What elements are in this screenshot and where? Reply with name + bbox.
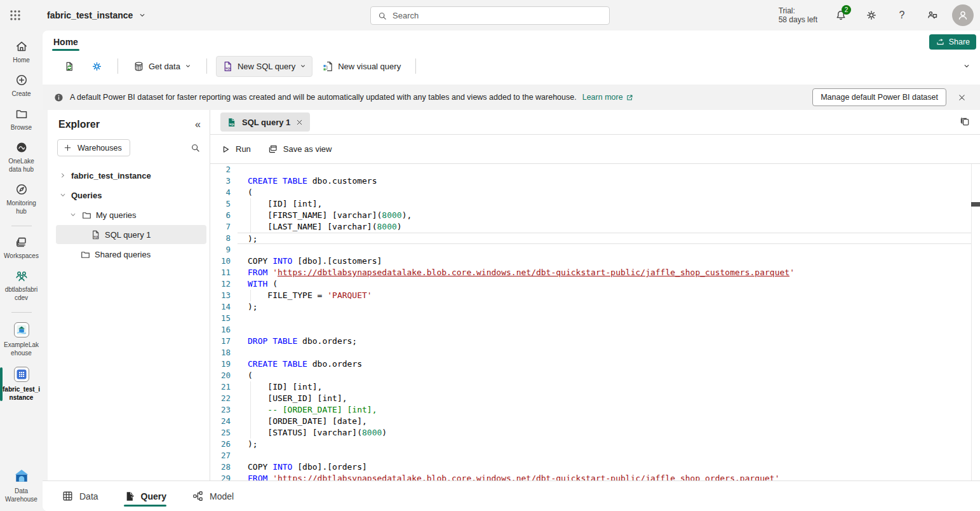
line-number: 8 xyxy=(210,233,231,244)
learn-more-link[interactable]: Learn more xyxy=(582,93,634,102)
ribbon-collapse-chevron-icon[interactable] xyxy=(962,62,971,71)
code-line-3[interactable]: 3CREATE TABLE dbo.customers xyxy=(210,175,971,187)
toolbar-separator xyxy=(117,58,118,74)
code-line-6[interactable]: 6 [FIRST_NAME] [varchar](8000), xyxy=(210,210,971,221)
explorer-search-icon[interactable] xyxy=(190,142,201,153)
share-button[interactable]: Share xyxy=(929,34,976,50)
code-line-9[interactable]: 9 xyxy=(210,244,971,256)
chevron-down-icon[interactable] xyxy=(58,191,67,199)
banner-close-button[interactable] xyxy=(952,88,971,107)
line-number: 4 xyxy=(210,187,231,198)
new-visual-query-button[interactable]: New visual query xyxy=(316,56,406,77)
rail-item-dbtlabsfabricdev[interactable]: dbtlabsfabricdev xyxy=(0,268,43,304)
warehouse-app-icon xyxy=(13,366,30,383)
code-line-28[interactable]: 28COPY INTO [dbo].[orders] xyxy=(210,461,971,473)
settings-toolbar-button[interactable] xyxy=(85,56,109,77)
feedback-button[interactable] xyxy=(922,4,943,26)
view-tab-model[interactable]: Model xyxy=(192,481,234,511)
code-line-26[interactable]: 26); xyxy=(210,439,971,450)
code-line-14[interactable]: 14); xyxy=(210,301,971,313)
view-tab-data[interactable]: Data xyxy=(62,481,98,511)
code-line-8[interactable]: 8); xyxy=(210,233,971,244)
code-line-16[interactable]: 16 xyxy=(210,324,971,336)
manage-dataset-button[interactable]: Manage default Power BI dataset xyxy=(812,88,946,106)
tree-item-sql-query-1[interactable]: SQLSQL query 1 xyxy=(56,225,206,244)
save-as-view-button[interactable]: Save as view xyxy=(267,144,332,154)
account-avatar[interactable] xyxy=(952,4,974,26)
refresh-dataset-button[interactable] xyxy=(58,56,81,77)
database-icon xyxy=(133,60,145,72)
view-tab-query[interactable]: Query xyxy=(124,481,166,511)
code-line-21[interactable]: 21 [ID] [int], xyxy=(210,381,971,393)
line-content: FROM 'https://dbtlabsynapsedatalake.blob… xyxy=(238,473,971,480)
code-line-11[interactable]: 11FROM 'https://dbtlabsynapsedatalake.bl… xyxy=(210,267,971,278)
code-line-20[interactable]: 20( xyxy=(210,370,971,381)
line-number: 12 xyxy=(210,278,231,290)
rail-item-monitoringhub[interactable]: Monitoringhub xyxy=(0,181,43,217)
code-line-29[interactable]: 29FROM 'https://dbtlabsynapsedatalake.bl… xyxy=(210,473,971,480)
rail-item-onelakedata-hub[interactable]: OneLakedata hub xyxy=(0,139,43,175)
play-icon xyxy=(220,144,231,154)
workspace-switcher[interactable]: fabric_test_instance xyxy=(47,10,147,20)
code-line-17[interactable]: 17DROP TABLE dbo.orders; xyxy=(210,336,971,347)
rail-item-datawarehouse[interactable]: DataWarehouse xyxy=(0,467,43,505)
explorer-title: Explorer xyxy=(58,119,100,130)
tree-item-my-queries[interactable]: My queries xyxy=(56,205,206,224)
rail-item-browse[interactable]: Browse xyxy=(0,106,43,133)
grid-table-icon xyxy=(62,490,74,502)
chevron-down-icon xyxy=(184,62,192,70)
scrollbar-thumb[interactable] xyxy=(971,202,980,207)
tree-item-shared-queries[interactable]: Shared queries xyxy=(56,245,206,264)
workspace-area: Explorer « Warehouses fabric_test_instan… xyxy=(43,110,980,480)
sql-code-area[interactable]: 23CREATE TABLE dbo.customers4(5 [ID] [in… xyxy=(210,164,980,480)
code-line-12[interactable]: 12WITH ( xyxy=(210,278,971,290)
code-line-25[interactable]: 25 [STATUS] [varchar](8000) xyxy=(210,427,971,439)
code-line-22[interactable]: 22 [USER_ID] [int], xyxy=(210,393,971,404)
code-line-5[interactable]: 5 [ID] [int], xyxy=(210,198,971,210)
code-line-2[interactable]: 2 xyxy=(210,164,971,175)
code-line-19[interactable]: 19CREATE TABLE dbo.orders xyxy=(210,358,971,370)
collapse-panel-icon[interactable]: « xyxy=(195,119,201,130)
code-line-7[interactable]: 7 [LAST_NAME] [varchar](8000) xyxy=(210,221,971,233)
line-content: COPY INTO [dbo].[customers] xyxy=(238,256,971,267)
code-line-13[interactable]: 13 FILE_TYPE = 'PARQUET' xyxy=(210,290,971,301)
code-line-27[interactable]: 27 xyxy=(210,450,971,461)
notifications-button[interactable]: 2 xyxy=(830,4,852,26)
line-content xyxy=(238,313,971,324)
copy-icon[interactable] xyxy=(959,116,971,128)
code-line-10[interactable]: 10COPY INTO [dbo].[customers] xyxy=(210,256,971,267)
chevron-down-icon[interactable] xyxy=(69,211,77,219)
search-input[interactable] xyxy=(393,11,603,20)
add-warehouses-button[interactable]: Warehouses xyxy=(57,139,130,156)
search-icon xyxy=(377,11,387,21)
tab-home[interactable]: Home xyxy=(52,33,79,51)
rail-item-workspaces[interactable]: Workspaces xyxy=(0,234,43,262)
chevron-right-icon[interactable] xyxy=(58,172,67,179)
rail-item-fabric-test-instance[interactable]: fabric_test_instance xyxy=(0,365,43,404)
code-line-18[interactable]: 18 xyxy=(210,347,971,358)
new-sql-query-button[interactable]: SQL New SQL query xyxy=(216,56,312,77)
run-button[interactable]: Run xyxy=(220,144,251,154)
help-button[interactable]: ? xyxy=(891,4,913,26)
rail-item-examplelakehouse[interactable]: ExampleLakehouse xyxy=(0,320,43,359)
get-data-button[interactable]: Get data xyxy=(127,56,198,77)
query-tab[interactable]: SQL SQL query 1 xyxy=(220,112,310,132)
tree-item-fabric-test-instance[interactable]: fabric_test_instance xyxy=(56,166,206,185)
data-warehouse-icon xyxy=(13,468,30,484)
editor-scrollbar[interactable] xyxy=(971,164,980,480)
rail-item-home[interactable]: Home xyxy=(0,38,43,66)
line-content: [USER_ID] [int], xyxy=(238,393,971,404)
app-launcher-button[interactable] xyxy=(0,0,30,31)
code-line-15[interactable]: 15 xyxy=(210,313,971,324)
rail-item-label: dbtlabsfabricdev xyxy=(5,285,38,302)
line-content: DROP TABLE dbo.orders; xyxy=(238,336,971,347)
line-number: 26 xyxy=(210,439,231,450)
rail-item-create[interactable]: Create xyxy=(0,72,43,100)
code-line-24[interactable]: 24 [ORDER_DATE] [date], xyxy=(210,416,971,427)
code-line-23[interactable]: 23 -- [ORDER_DATE] [int], xyxy=(210,404,971,416)
settings-button[interactable] xyxy=(861,4,882,26)
sql-file-gray-icon: SQL xyxy=(90,229,101,240)
code-line-4[interactable]: 4( xyxy=(210,187,971,198)
tree-item-queries[interactable]: Queries xyxy=(56,186,206,205)
close-tab-icon[interactable] xyxy=(295,118,304,126)
